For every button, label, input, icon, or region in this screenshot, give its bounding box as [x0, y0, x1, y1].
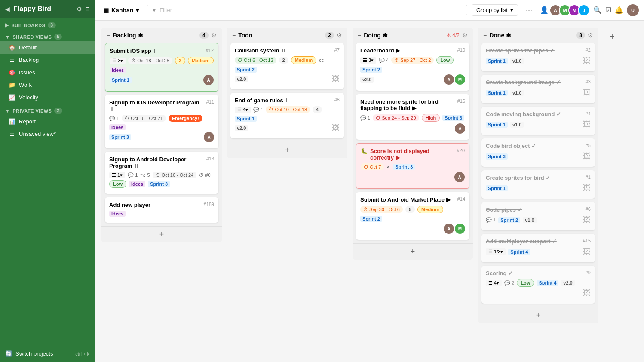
sidebar-item-work[interactable]: 📁 Work [0, 79, 95, 91]
card-score-bug[interactable]: 🐛 Score is not displayed correctly ▶ #20… [356, 143, 469, 189]
card-signup-ios-dev[interactable]: Signup to iOS Developer Program ⏸ #11 💬 … [105, 95, 218, 148]
group-by-dropdown-icon: ▾ [510, 7, 513, 13]
sidebar-item-velocity[interactable]: 📈 Velocity [0, 91, 95, 104]
card-signup-android-dev[interactable]: Signup to Android Developer Program ⏸ #1… [105, 152, 218, 194]
done-add-card[interactable]: + [478, 307, 598, 323]
switch-projects[interactable]: 🔄 Switch projects ctrl + k [0, 345, 95, 362]
main-area: ▦ Kanban ▾ ▼ Filter Group by list ▾ ··· … [95, 0, 644, 362]
card-add-new-player[interactable]: Add new player #189 Idees [105, 197, 218, 223]
private-views-section[interactable]: ▼ PRIVATE VIEWS 2 [0, 104, 95, 115]
done1-img-icon: 🖼 [583, 56, 591, 65]
done2-img-icon: 🖼 [583, 88, 591, 97]
doing-settings-icon[interactable]: ⚙ [462, 32, 468, 39]
sidebar-item-report[interactable]: 📊 Report [0, 115, 95, 128]
card-code-pipes[interactable]: Code pipes ✓ #6 💬 1 Sprint 2 v1.0 🖼 [481, 202, 595, 230]
avatar-card-1: A [203, 75, 214, 85]
group-by-button[interactable]: Group by list ▾ [472, 4, 518, 16]
avatar-card-2: A [204, 132, 214, 142]
card-scoring[interactable]: Scoring ✓ #9 ☰ 4▾ 💬 2 Low Sprint 4 v2.0 … [481, 266, 595, 304]
kanban-dropdown-icon: ▾ [136, 7, 139, 14]
gear-icon[interactable]: ⚙ [77, 6, 82, 12]
done-cards: Create sprites for pipes ✓ #2 Sprint 1 v… [478, 43, 598, 307]
filter-icon: ▼ [151, 7, 157, 13]
doing4-avatar1: A [444, 224, 454, 234]
more-options-button[interactable]: ··· [522, 4, 536, 16]
menu-icon[interactable]: ≡ [86, 5, 89, 13]
column-backlog-header: − Backlog ✱ 4 ⚙ [101, 28, 222, 43]
done3-img-icon: 🖼 [583, 120, 591, 129]
topbar: ▦ Kanban ▾ ▼ Filter Group by list ▾ ··· … [95, 0, 644, 21]
back-arrow-icon[interactable]: ◀ [5, 6, 10, 12]
done5-img-icon: 🖼 [583, 184, 591, 192]
filter-input[interactable]: ▼ Filter [147, 5, 467, 15]
avatar-group: A M M J [552, 4, 590, 16]
add-member-icon[interactable]: 👤 [540, 6, 549, 14]
sidebar-item-default[interactable]: 🏠 Default [0, 41, 95, 54]
column-doing-header: − Doing ✱ ⚠ 4/2 ⚙ [353, 28, 473, 43]
card-android-market[interactable]: Submit to Android Market Place ▶ #14 ⏱ S… [356, 192, 469, 240]
doing-add-card[interactable]: + [353, 243, 473, 260]
subboards-section[interactable]: ▶ SUB BOARDS 3 [0, 18, 95, 30]
project-title: Flappy Bird [13, 5, 73, 13]
todo-settings-icon[interactable]: ⚙ [337, 32, 342, 39]
add-column-button[interactable]: + [604, 28, 621, 42]
doing2-avatar1: A [455, 123, 465, 134]
card-submit-ios[interactable]: Submit iOS app ⏸ #12 ☰ 3▾ ⏱ Oct 18 - Oct… [105, 43, 218, 92]
card-end-of-game[interactable]: End of game rules ⏸ #8 ☰ 4▾ 💬 1 ⏱ Oct 10… [230, 93, 344, 138]
doing1-avatar2: M [455, 74, 465, 85]
user-avatar[interactable]: U [627, 4, 639, 16]
switch-icon: 🔄 [5, 350, 12, 357]
board: − Backlog ✱ 4 ⚙ Submit iOS app ⏸ #12 ☰ 3… [95, 21, 644, 362]
column-doing: − Doing ✱ ⚠ 4/2 ⚙ Leaderboard ▶ #10 ☰ 3▾… [353, 28, 473, 260]
bell-icon[interactable]: 🔔 [615, 6, 623, 14]
doing-collapse-icon[interactable]: − [358, 32, 361, 39]
work-icon: 📁 [9, 82, 15, 88]
unsaved-icon: ☰ [9, 131, 15, 137]
card-create-sprites-pipes[interactable]: Create sprites for pipes ✓ #2 Sprint 1 v… [481, 43, 595, 71]
search-icon[interactable]: 🔍 [593, 6, 602, 14]
issues-icon: 🎯 [9, 69, 15, 76]
sidebar-item-issues[interactable]: 🎯 Issues [0, 66, 95, 79]
sidebar-item-unsaved[interactable]: ☰ Unsaved view* [0, 128, 95, 140]
column-todo: − Todo 2 ⚙ Collision system ⏸ #7 ⏱ Oct 6… [227, 28, 347, 158]
kanban-view-button[interactable]: ▦ Kanban ▾ [100, 5, 142, 15]
bug-icon: 🐛 [361, 148, 368, 154]
done8-img-icon: 🖼 [583, 288, 591, 297]
done6-img-icon: 🖼 [583, 215, 591, 224]
topbar-right: 👤 A M M J 🔍 ☑ 🔔 U [540, 4, 639, 16]
card-create-sprites-bird[interactable]: Create sprites for bird ✓ #1 Sprint 1 🖼 [481, 170, 595, 199]
column-backlog: − Backlog ✱ 4 ⚙ Submit iOS app ⏸ #12 ☰ 3… [101, 28, 222, 242]
column-todo-header: − Todo 2 ⚙ [227, 28, 347, 43]
task-icon[interactable]: ☑ [605, 6, 611, 14]
list-icon: ☰ [9, 57, 15, 63]
todo-add-card[interactable]: + [227, 142, 347, 158]
home-icon: 🏠 [9, 44, 15, 51]
doing1-avatar1: A [444, 74, 454, 85]
todo-collapse-icon[interactable]: − [232, 32, 236, 39]
backlog-add-card[interactable]: + [101, 226, 222, 242]
card-background-image[interactable]: Create background image ✓ #3 Sprint 1 v1… [481, 75, 595, 103]
doing4-avatar2: M [455, 224, 465, 234]
doing3-avatar1: A [454, 172, 465, 182]
card-multiplayer[interactable]: Add multiplayer support ✓ #15 ☰ 1/3▾ Spr… [481, 234, 595, 262]
card-sprite-bird[interactable]: Need one more sprite for bird flapping t… [356, 94, 469, 140]
card-code-moving-bg[interactable]: Code moving background ✓ #4 Sprint 1 v1.… [481, 107, 595, 135]
card-code-bird[interactable]: Code bird object ✓ #5 Sprint 3 🖼 [481, 138, 595, 167]
backlog-collapse-icon[interactable]: − [107, 32, 110, 39]
card-collision[interactable]: Collision system ⏸ #7 ⏱ Oct 6 - Oct 12 2… [230, 43, 344, 89]
report-icon: 📊 [9, 118, 15, 125]
done4-img-icon: 🖼 [583, 152, 591, 160]
done-settings-icon[interactable]: ⚙ [588, 32, 593, 39]
doing-cards: Leaderboard ▶ #10 ☰ 3▾ 💬 4 ⏱ Sep 27 - Oc… [353, 43, 473, 243]
backlog-cards: Submit iOS app ⏸ #12 ☰ 3▾ ⏱ Oct 18 - Oct… [101, 43, 222, 226]
card-leaderboard[interactable]: Leaderboard ▶ #10 ☰ 3▾ 💬 4 ⏱ Sep 27 - Oc… [356, 43, 469, 91]
sidebar: ◀ Flappy Bird ⚙ ≡ ▶ SUB BOARDS 3 ▼ SHARE… [0, 0, 95, 362]
sidebar-item-backlog[interactable]: ☰ Backlog [0, 54, 95, 66]
backlog-settings-icon[interactable]: ⚙ [211, 32, 217, 39]
todo-cards: Collision system ⏸ #7 ⏱ Oct 6 - Oct 12 2… [227, 43, 347, 142]
done7-img-icon: 🖼 [583, 247, 591, 256]
shared-views-section[interactable]: ▼ SHARED VIEWS 5 [0, 30, 95, 41]
done-collapse-icon[interactable]: − [483, 32, 487, 39]
avatar-4: J [578, 4, 590, 16]
todo-card2-img-icon: 🖼 [332, 123, 340, 132]
